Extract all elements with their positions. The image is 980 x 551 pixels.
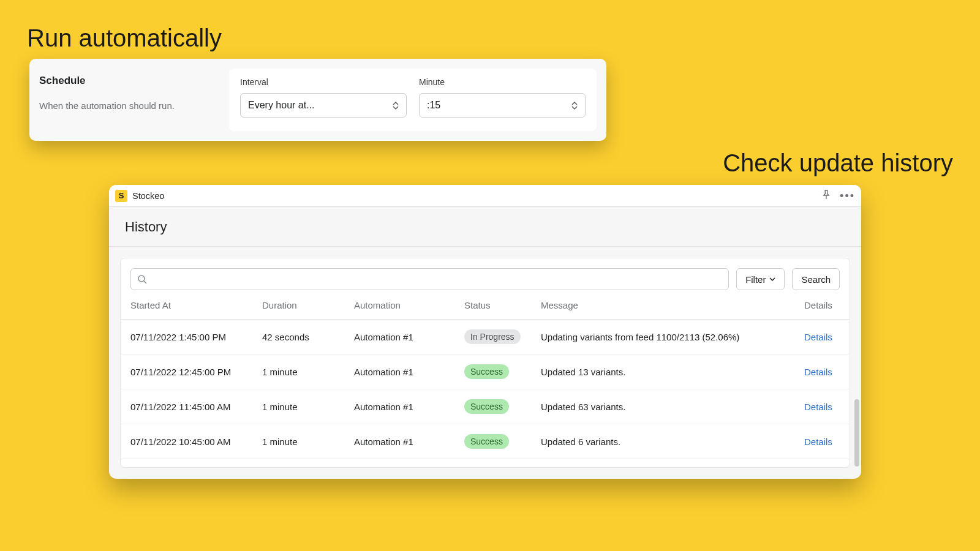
table-header-row: Started At Duration Automation Status Me… [121, 298, 850, 320]
history-table: Started At Duration Automation Status Me… [121, 298, 850, 468]
history-panel: Filter Search Started At Duration Automa… [120, 258, 850, 468]
cell-status: Success [454, 354, 531, 389]
col-status: Status [454, 298, 531, 320]
cell-message: Updated 6 variants. [531, 424, 794, 459]
page-header: History [109, 207, 861, 246]
app-icon: S [115, 190, 127, 202]
svg-point-0 [138, 276, 145, 282]
cell-status: Success [454, 424, 531, 459]
cell-message: Updated 63 variants. [531, 389, 794, 424]
cell-status: Success [454, 389, 531, 424]
table-row: 07/11/2022 12:45:00 PM1 minuteAutomation… [121, 354, 850, 389]
table-row: 07/11/2022 9:45:00 AM1 minuteAutomation … [121, 459, 850, 468]
details-link[interactable]: Details [804, 332, 832, 342]
details-link[interactable]: Details [804, 367, 832, 377]
heading-run-automatically: Run automatically [27, 24, 222, 52]
table-row: 07/11/2022 10:45:00 AM1 minuteAutomation… [121, 424, 850, 459]
cell-duration: 1 minute [252, 389, 344, 424]
window-titlebar: S Stockeo ••• [109, 185, 861, 207]
filter-button-label: Filter [745, 274, 766, 285]
schedule-subtitle: When the automation should run. [39, 100, 229, 111]
cell-started-at: 07/11/2022 11:45:00 AM [121, 389, 252, 424]
cell-automation: Automation #1 [344, 354, 454, 389]
interval-label: Interval [240, 77, 407, 87]
status-badge: Success [464, 434, 509, 449]
cell-duration: 42 seconds [252, 320, 344, 354]
col-automation: Automation [344, 298, 454, 320]
cell-duration: 1 minute [252, 354, 344, 389]
cell-message: Updated 13 variants. [531, 354, 794, 389]
pin-icon[interactable] [821, 190, 831, 202]
col-started-at: Started At [121, 298, 252, 320]
cell-started-at: 07/11/2022 12:45:00 PM [121, 354, 252, 389]
cell-duration: 1 minute [252, 424, 344, 459]
minute-select-value: :15 [427, 100, 440, 111]
chevron-down-icon [769, 277, 775, 281]
cell-automation: Automation #1 [344, 424, 454, 459]
cell-details: Details [794, 354, 850, 389]
table-row: 07/11/2022 11:45:00 AM1 minuteAutomation… [121, 389, 850, 424]
app-name: Stockeo [132, 191, 164, 201]
schedule-card: Schedule When the automation should run.… [29, 59, 606, 141]
heading-check-update-history: Check update history [723, 149, 953, 177]
search-button[interactable]: Search [792, 268, 840, 290]
cell-message: Updated 22 variants. [531, 459, 794, 468]
cell-duration: 1 minute [252, 459, 344, 468]
history-toolbar: Filter Search [121, 258, 850, 298]
search-icon [137, 274, 147, 284]
cell-started-at: 07/11/2022 10:45:00 AM [121, 424, 252, 459]
minute-select[interactable]: :15 [419, 93, 586, 118]
select-sort-icon [571, 102, 578, 110]
more-icon[interactable]: ••• [840, 190, 855, 201]
cell-message: Updating variants from feed 1100/2113 (5… [531, 320, 794, 354]
schedule-title: Schedule [39, 75, 229, 87]
cell-status: In Progress [454, 320, 531, 354]
page-title: History [125, 219, 845, 235]
schedule-description: Schedule When the automation should run. [39, 69, 229, 131]
schedule-controls: Interval Every hour at... Minute :15 [229, 69, 597, 131]
cell-details: Details [794, 389, 850, 424]
cell-status: Success [454, 459, 531, 468]
select-sort-icon [393, 102, 399, 110]
col-duration: Duration [252, 298, 344, 320]
cell-automation: Automation #1 [344, 320, 454, 354]
cell-details: Details [794, 459, 850, 468]
scrollbar-thumb[interactable] [854, 399, 859, 467]
interval-select-value: Every hour at... [248, 100, 315, 111]
cell-started-at: 07/11/2022 1:45:00 PM [121, 320, 252, 354]
cell-automation: Automation #1 [344, 459, 454, 468]
header-divider [109, 246, 861, 247]
details-link[interactable]: Details [804, 402, 832, 412]
col-details: Details [794, 298, 850, 320]
status-badge: Success [464, 399, 509, 414]
filter-button[interactable]: Filter [736, 268, 785, 290]
interval-select[interactable]: Every hour at... [240, 93, 407, 118]
search-input[interactable] [130, 268, 729, 290]
status-badge: In Progress [464, 329, 521, 344]
col-message: Message [531, 298, 794, 320]
minute-label: Minute [419, 77, 586, 87]
cell-details: Details [794, 424, 850, 459]
cell-details: Details [794, 320, 850, 354]
table-row: 07/11/2022 1:45:00 PM42 secondsAutomatio… [121, 320, 850, 354]
search-button-label: Search [801, 274, 831, 285]
details-link[interactable]: Details [804, 437, 832, 447]
history-window: S Stockeo ••• History Filter [109, 185, 861, 479]
cell-started-at: 07/11/2022 9:45:00 AM [121, 459, 252, 468]
cell-automation: Automation #1 [344, 389, 454, 424]
status-badge: Success [464, 364, 509, 379]
